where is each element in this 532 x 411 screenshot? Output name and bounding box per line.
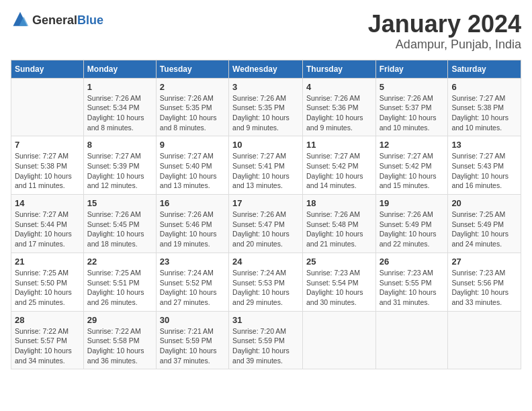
day-number: 13 (451, 140, 517, 150)
day-info: Sunrise: 7:25 AMSunset: 5:50 PMDaylight:… (15, 268, 80, 308)
day-number: 7 (15, 140, 80, 150)
table-row: 16Sunrise: 7:26 AMSunset: 5:46 PMDayligh… (156, 195, 228, 253)
logo: GeneralBlue (11, 11, 103, 30)
day-info: Sunrise: 7:22 AMSunset: 5:57 PMDaylight:… (15, 326, 80, 366)
table-row: 23Sunrise: 7:24 AMSunset: 5:52 PMDayligh… (156, 253, 228, 311)
table-row: 11Sunrise: 7:27 AMSunset: 5:42 PMDayligh… (302, 136, 375, 195)
day-info: Sunrise: 7:26 AMSunset: 5:35 PMDaylight:… (160, 93, 225, 133)
day-info: Sunrise: 7:26 AMSunset: 5:36 PMDaylight:… (306, 93, 372, 133)
table-row: 30Sunrise: 7:21 AMSunset: 5:59 PMDayligh… (156, 311, 228, 369)
logo-icon (11, 11, 30, 30)
day-info: Sunrise: 7:26 AMSunset: 5:49 PMDaylight:… (380, 210, 445, 249)
weekday-header-row: Sunday Monday Tuesday Wednesday Thursday… (11, 60, 521, 78)
calendar-table: Sunday Monday Tuesday Wednesday Thursday… (11, 60, 521, 370)
header-wednesday: Wednesday (229, 60, 303, 78)
calendar-week-row: 7Sunrise: 7:27 AMSunset: 5:38 PMDaylight… (11, 136, 521, 195)
header-thursday: Thursday (302, 60, 375, 78)
table-row: 10Sunrise: 7:27 AMSunset: 5:41 PMDayligh… (229, 136, 303, 195)
day-info: Sunrise: 7:24 AMSunset: 5:52 PMDaylight:… (160, 268, 225, 308)
day-number: 8 (87, 140, 152, 150)
page-header: GeneralBlue January 2024 Adampur, Punjab… (11, 11, 521, 52)
table-row: 26Sunrise: 7:23 AMSunset: 5:55 PMDayligh… (375, 253, 448, 311)
day-number: 17 (232, 198, 299, 208)
table-row: 2Sunrise: 7:26 AMSunset: 5:35 PMDaylight… (156, 78, 228, 136)
day-number: 6 (451, 82, 517, 92)
calendar-week-row: 14Sunrise: 7:27 AMSunset: 5:44 PMDayligh… (11, 195, 521, 253)
day-number: 4 (306, 82, 372, 92)
day-info: Sunrise: 7:23 AMSunset: 5:56 PMDaylight:… (451, 268, 517, 308)
table-row: 12Sunrise: 7:27 AMSunset: 5:42 PMDayligh… (375, 136, 448, 195)
day-info: Sunrise: 7:27 AMSunset: 5:42 PMDaylight:… (380, 151, 445, 191)
day-number: 5 (380, 82, 445, 92)
table-row: 4Sunrise: 7:26 AMSunset: 5:36 PMDaylight… (302, 78, 375, 136)
day-number: 23 (160, 257, 225, 267)
month-title: January 2024 (368, 11, 521, 38)
header-tuesday: Tuesday (156, 60, 228, 78)
table-row: 13Sunrise: 7:27 AMSunset: 5:43 PMDayligh… (448, 136, 521, 195)
header-friday: Friday (375, 60, 448, 78)
logo-text-blue: Blue (77, 13, 103, 27)
day-info: Sunrise: 7:21 AMSunset: 5:59 PMDaylight:… (160, 326, 225, 366)
day-number: 3 (232, 82, 299, 92)
day-info: Sunrise: 7:26 AMSunset: 5:37 PMDaylight:… (380, 93, 445, 133)
day-info: Sunrise: 7:27 AMSunset: 5:41 PMDaylight:… (232, 151, 299, 191)
day-info: Sunrise: 7:23 AMSunset: 5:54 PMDaylight:… (306, 268, 372, 308)
day-info: Sunrise: 7:25 AMSunset: 5:49 PMDaylight:… (451, 210, 517, 249)
table-row: 22Sunrise: 7:25 AMSunset: 5:51 PMDayligh… (83, 253, 156, 311)
calendar-week-row: 21Sunrise: 7:25 AMSunset: 5:50 PMDayligh… (11, 253, 521, 311)
table-row: 19Sunrise: 7:26 AMSunset: 5:49 PMDayligh… (375, 195, 448, 253)
day-info: Sunrise: 7:26 AMSunset: 5:47 PMDaylight:… (232, 210, 299, 249)
day-number: 10 (232, 140, 299, 150)
day-number: 19 (380, 198, 445, 208)
table-row (375, 311, 448, 369)
day-info: Sunrise: 7:27 AMSunset: 5:38 PMDaylight:… (451, 93, 517, 133)
table-row (11, 78, 84, 136)
day-number: 11 (306, 140, 372, 150)
day-info: Sunrise: 7:24 AMSunset: 5:53 PMDaylight:… (232, 268, 299, 308)
day-number: 1 (87, 82, 152, 92)
day-number: 30 (160, 315, 225, 325)
day-number: 14 (15, 198, 80, 208)
day-number: 16 (160, 198, 225, 208)
day-info: Sunrise: 7:26 AMSunset: 5:48 PMDaylight:… (306, 210, 372, 249)
logo-text-general: General (32, 13, 77, 27)
day-number: 27 (451, 257, 517, 267)
day-number: 26 (380, 257, 445, 267)
day-info: Sunrise: 7:26 AMSunset: 5:34 PMDaylight:… (87, 93, 152, 133)
table-row: 17Sunrise: 7:26 AMSunset: 5:47 PMDayligh… (229, 195, 303, 253)
table-row: 1Sunrise: 7:26 AMSunset: 5:34 PMDaylight… (83, 78, 156, 136)
header-sunday: Sunday (11, 60, 84, 78)
day-number: 31 (232, 315, 299, 325)
table-row: 15Sunrise: 7:26 AMSunset: 5:45 PMDayligh… (83, 195, 156, 253)
header-monday: Monday (83, 60, 156, 78)
day-info: Sunrise: 7:27 AMSunset: 5:40 PMDaylight:… (160, 151, 225, 191)
table-row: 14Sunrise: 7:27 AMSunset: 5:44 PMDayligh… (11, 195, 84, 253)
day-number: 25 (306, 257, 372, 267)
table-row: 20Sunrise: 7:25 AMSunset: 5:49 PMDayligh… (448, 195, 521, 253)
table-row: 31Sunrise: 7:20 AMSunset: 5:59 PMDayligh… (229, 311, 303, 369)
table-row: 3Sunrise: 7:26 AMSunset: 5:35 PMDaylight… (229, 78, 303, 136)
table-row: 6Sunrise: 7:27 AMSunset: 5:38 PMDaylight… (448, 78, 521, 136)
calendar-week-row: 28Sunrise: 7:22 AMSunset: 5:57 PMDayligh… (11, 311, 521, 369)
title-block: January 2024 Adampur, Punjab, India (368, 11, 521, 52)
calendar-week-row: 1Sunrise: 7:26 AMSunset: 5:34 PMDaylight… (11, 78, 521, 136)
day-info: Sunrise: 7:25 AMSunset: 5:51 PMDaylight:… (87, 268, 152, 308)
day-number: 18 (306, 198, 372, 208)
day-number: 12 (380, 140, 445, 150)
day-info: Sunrise: 7:23 AMSunset: 5:55 PMDaylight:… (380, 268, 445, 308)
day-number: 15 (87, 198, 152, 208)
table-row: 5Sunrise: 7:26 AMSunset: 5:37 PMDaylight… (375, 78, 448, 136)
day-info: Sunrise: 7:26 AMSunset: 5:35 PMDaylight:… (232, 93, 299, 133)
day-number: 21 (15, 257, 80, 267)
table-row (448, 311, 521, 369)
table-row: 18Sunrise: 7:26 AMSunset: 5:48 PMDayligh… (302, 195, 375, 253)
table-row: 25Sunrise: 7:23 AMSunset: 5:54 PMDayligh… (302, 253, 375, 311)
table-row: 8Sunrise: 7:27 AMSunset: 5:39 PMDaylight… (83, 136, 156, 195)
day-number: 29 (87, 315, 152, 325)
table-row: 21Sunrise: 7:25 AMSunset: 5:50 PMDayligh… (11, 253, 84, 311)
day-number: 22 (87, 257, 152, 267)
table-row: 24Sunrise: 7:24 AMSunset: 5:53 PMDayligh… (229, 253, 303, 311)
day-number: 24 (232, 257, 299, 267)
day-info: Sunrise: 7:27 AMSunset: 5:38 PMDaylight:… (15, 151, 80, 191)
table-row: 28Sunrise: 7:22 AMSunset: 5:57 PMDayligh… (11, 311, 84, 369)
